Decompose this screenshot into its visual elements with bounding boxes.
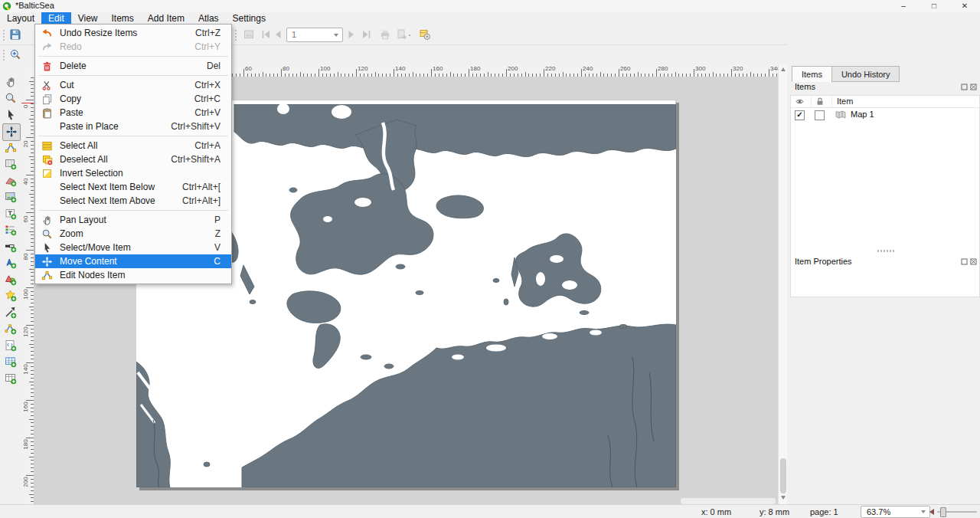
- atlas-next-feature-button[interactable]: [343, 26, 360, 43]
- cut-menu-item[interactable]: CutCtrl+X: [35, 78, 231, 92]
- panel-splitter[interactable]: [877, 250, 896, 252]
- add-attribute-table-tool-button[interactable]: [2, 354, 19, 370]
- invert-selection-menu-item[interactable]: Invert Selection: [35, 166, 231, 180]
- paste-in-place-menu-item[interactable]: Paste in PlaceCtrl+Shift+V: [35, 120, 231, 133]
- add-label-tool-button[interactable]: [2, 205, 19, 221]
- export-atlas-button[interactable]: [394, 26, 410, 43]
- add-map-tool-button[interactable]: [2, 156, 19, 172]
- move-content-tool-button[interactable]: [2, 123, 21, 141]
- ruler-label: 160: [433, 65, 443, 72]
- vertical-scrollbar-thumb[interactable]: [780, 458, 786, 493]
- edit-nodes-item-menu-item[interactable]: Edit Nodes Item: [35, 268, 231, 282]
- zoom-in-button[interactable]: [7, 46, 24, 63]
- cursor-y-readout: y: 8 mm: [760, 507, 789, 516]
- close-panel-icon[interactable]: [970, 83, 977, 92]
- ruler-corner: [21, 64, 34, 77]
- save-button[interactable]: [7, 26, 24, 43]
- item-row[interactable]: ✓Map 1: [791, 108, 979, 121]
- export-atlas-dropdown-icon[interactable]: [409, 34, 410, 36]
- menu-item-shortcut: Ctrl+Alt+[: [182, 182, 230, 192]
- zoom-slider-handle[interactable]: [940, 507, 946, 517]
- add-3d-map-tool-button[interactable]: [2, 172, 19, 189]
- menu-item-label: Paste in Place: [54, 121, 171, 132]
- add-html-tool-button[interactable]: [2, 337, 19, 353]
- tab-items[interactable]: Items: [792, 66, 832, 82]
- maximize-button[interactable]: □: [919, 0, 949, 12]
- menu-item-settings[interactable]: Settings: [226, 12, 273, 25]
- zoom-icon: [40, 228, 54, 240]
- toolbar-grip[interactable]: [2, 28, 6, 41]
- add-legend-tool-button[interactable]: [2, 222, 19, 238]
- float-panel-icon[interactable]: [961, 83, 968, 92]
- menu-item-shortcut: Ctrl+X: [194, 80, 230, 90]
- add-shape-tool-button[interactable]: [2, 271, 19, 287]
- print-atlas-button[interactable]: [377, 26, 394, 43]
- pan-layout-menu-item[interactable]: Pan LayoutP: [35, 213, 231, 227]
- edit-nodes-tool-button[interactable]: [2, 139, 19, 156]
- deselect-all-menu-item[interactable]: Deselect AllCtrl+Shift+A: [35, 152, 231, 166]
- add-arrow-tool-button[interactable]: [2, 304, 19, 320]
- select-next-item-above-menu-item[interactable]: Select Next Item AboveCtrl+Alt+]: [35, 194, 231, 208]
- zoom-tool-button[interactable]: [2, 90, 19, 107]
- atlas-settings-button[interactable]: [416, 26, 433, 43]
- menu-separator: [38, 75, 228, 76]
- add-fixed-table-tool-button[interactable]: [2, 370, 19, 386]
- scroll-up-icon[interactable]: [781, 67, 786, 71]
- zoom-slider[interactable]: [929, 505, 977, 518]
- scroll-down-icon[interactable]: [781, 496, 786, 500]
- atlas-previous-feature-button[interactable]: [270, 26, 286, 43]
- qgis-logo-icon: [2, 2, 11, 11]
- vertical-ruler: 020406080100120140160180200: [21, 77, 34, 504]
- visibility-checkbox[interactable]: ✓: [795, 110, 805, 120]
- select-move-tool-button[interactable]: [2, 107, 19, 123]
- right-dock: ItemsUndo History Items Item ✓Map 1: [787, 44, 980, 504]
- close-panel-icon[interactable]: [970, 257, 977, 267]
- menu-item-label: Select All: [54, 140, 194, 151]
- qgis-layout-window: *BalticSea – □ ✕ LayoutEditViewItemsAdd …: [0, 0, 980, 518]
- item-properties-panel-title: Item Properties: [795, 257, 852, 266]
- copy-menu-item[interactable]: CopyCtrl+C: [35, 92, 231, 106]
- status-bar: x: 0 mm y: 8 mm page: 1 63.7%: [0, 504, 980, 518]
- float-panel-icon[interactable]: [961, 257, 968, 267]
- menu-item-shortcut: Ctrl+Shift+A: [171, 154, 230, 165]
- undo-resize-items-menu-item[interactable]: Undo Resize ItemsCtrl+Z: [35, 26, 231, 40]
- menu-item-label: Pan Layout: [54, 215, 214, 225]
- menu-item-label: Deselect All: [54, 154, 171, 165]
- atlas-toolbar-grip[interactable]: [234, 28, 238, 41]
- add-marker-tool-button[interactable]: [2, 288, 19, 304]
- atlas-preview-button[interactable]: [240, 26, 257, 43]
- invert-selection-icon: [40, 167, 54, 179]
- select-move-item-menu-item[interactable]: Select/Move ItemV: [35, 241, 231, 254]
- menu-item-label: Delete: [54, 61, 207, 71]
- close-button[interactable]: ✕: [949, 0, 980, 12]
- add-north-arrow-tool-button[interactable]: [2, 255, 19, 271]
- pan-layout-tool-button[interactable]: [2, 74, 19, 90]
- menu-item-shortcut: Ctrl+C: [194, 93, 230, 104]
- paste-icon: [40, 107, 54, 119]
- menu-item-shortcut: P: [214, 215, 230, 225]
- add-scalebar-tool-button[interactable]: [2, 238, 19, 254]
- move-content-menu-item[interactable]: Move ContentC: [35, 254, 231, 268]
- add-node-item-tool-button[interactable]: [2, 321, 19, 337]
- toolbar-grip[interactable]: [2, 48, 6, 61]
- deselect-all-icon: [40, 153, 54, 166]
- zoom-level-combobox[interactable]: 63.7%: [861, 506, 930, 518]
- add-picture-tool-button[interactable]: [2, 189, 19, 205]
- select-next-item-below-menu-item[interactable]: Select Next Item BelowCtrl+Alt+[: [35, 180, 231, 194]
- tab-undo-history[interactable]: Undo History: [831, 66, 900, 82]
- select-all-menu-item[interactable]: Select AllCtrl+A: [35, 139, 231, 152]
- lock-checkbox[interactable]: [815, 110, 825, 120]
- menu-item-shortcut: Ctrl+Alt+]: [182, 195, 230, 206]
- menu-item-shortcut: Ctrl+V: [194, 107, 230, 118]
- paste-menu-item[interactable]: PasteCtrl+V: [35, 106, 231, 120]
- delete-menu-item[interactable]: DeleteDel: [35, 59, 231, 73]
- redo-menu-item[interactable]: RedoCtrl+Y: [35, 40, 231, 54]
- menu-item-shortcut: Z: [215, 228, 230, 239]
- menu-item-shortcut: Del: [207, 61, 230, 71]
- atlas-last-feature-button[interactable]: [358, 26, 375, 43]
- atlas-page-combobox[interactable]: 1: [286, 28, 343, 42]
- zoom-menu-item[interactable]: ZoomZ: [35, 227, 231, 241]
- cut-icon: [40, 79, 54, 91]
- minimize-button[interactable]: –: [888, 0, 919, 12]
- menu-item-label: Select Next Item Above: [54, 195, 182, 206]
